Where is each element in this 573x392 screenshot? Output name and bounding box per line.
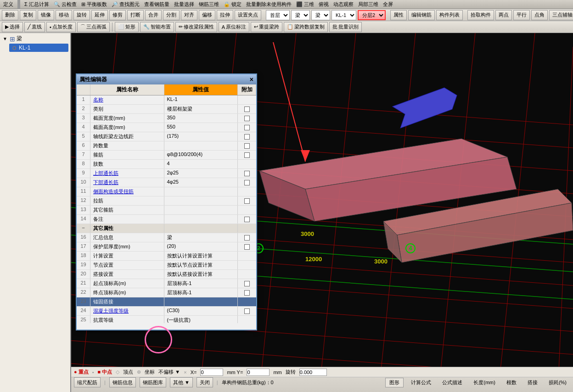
property-row-4[interactable]: 4截面高度(mm)550: [77, 123, 256, 132]
prop-value-23[interactable]: [164, 297, 238, 306]
prop-checkbox-4[interactable]: [244, 125, 250, 130]
prop-value-1[interactable]: KL-1: [164, 95, 238, 104]
toolbar-summary[interactable]: Σ 汇总计算: [23, 1, 51, 8]
toolbar-cloud-check[interactable]: 🔍 云检查: [52, 1, 78, 8]
property-row-24[interactable]: 24混凝土强度等级(C30): [77, 307, 256, 316]
batch-identify-btn[interactable]: 批 批量识别: [329, 22, 362, 32]
point-angle-btn[interactable]: 点角: [531, 10, 548, 20]
move-btn[interactable]: 移动: [56, 10, 72, 20]
component-list-btn[interactable]: 构件列表: [436, 10, 463, 20]
property-row-7[interactable]: 7箍筋φ8@100/200(4): [77, 151, 256, 160]
snap-nooffset[interactable]: 不偏移 ▼: [158, 369, 180, 375]
prop-value-22[interactable]: 层顶标高-1: [164, 288, 238, 297]
prop-attach-10[interactable]: [238, 178, 256, 187]
toolbar-find[interactable]: 🔎 查找图元: [110, 1, 141, 8]
property-row-1[interactable]: 1名称KL-1: [77, 95, 256, 105]
property-row-8[interactable]: 8肢数4: [77, 160, 256, 169]
smart-layout-btn[interactable]: 🔧 智能布置: [140, 22, 174, 32]
prop-value-12[interactable]: [164, 196, 238, 205]
prop-checkbox-17[interactable]: [244, 244, 250, 250]
property-close-btn[interactable]: ×: [250, 76, 253, 83]
extend-btn[interactable]: 延伸: [91, 10, 108, 20]
trim-btn[interactable]: 修剪: [109, 10, 126, 20]
tree-item-beam-root[interactable]: ▼ ⊞ 梁: [2, 34, 68, 44]
property-row-2[interactable]: 2类别楼层框架梁: [77, 105, 256, 114]
setpoint-btn[interactable]: 设置夹点: [235, 10, 261, 20]
prop-value-10[interactable]: 4φ25: [164, 178, 238, 187]
prop-value-14[interactable]: [164, 215, 238, 224]
delete-btn[interactable]: 删除: [2, 10, 18, 20]
respan-btn[interactable]: ↩ 重提梁跨: [251, 22, 282, 32]
tab-length[interactable]: 长度(mm): [470, 378, 499, 387]
mirror-btn[interactable]: 镜像: [38, 10, 54, 20]
snap-coord[interactable]: 坐标: [145, 369, 155, 375]
pick-component-btn[interactable]: 拾取构件: [467, 10, 494, 20]
property-row-5[interactable]: 5轴线距梁左边线距(175): [77, 132, 256, 141]
prop-value-16[interactable]: 梁: [164, 233, 238, 242]
prop-attach-14[interactable]: [238, 215, 256, 224]
point-length-btn[interactable]: • 点加长度: [46, 22, 76, 32]
prop-value-2[interactable]: 楼层框架梁: [164, 105, 238, 113]
beam-subtype-select[interactable]: 梁: [311, 10, 330, 20]
property-row-13[interactable]: 13其它箍筋: [77, 206, 256, 215]
merge-btn[interactable]: 合并: [145, 10, 162, 20]
property-row-14[interactable]: 14备注: [77, 215, 256, 224]
snap-vertex[interactable]: 顶点: [123, 369, 133, 375]
snap-gravity[interactable]: ● 重点: [74, 369, 89, 375]
prop-name-1[interactable]: 名称: [90, 95, 164, 104]
prop-value-17[interactable]: (20): [164, 242, 238, 251]
prop-checkbox-7[interactable]: [244, 152, 250, 158]
prop-name-9[interactable]: 上部通长筋: [90, 169, 164, 178]
prop-attach-9[interactable]: [238, 169, 256, 178]
toolbar-3d[interactable]: ⬛ 三维: [295, 1, 315, 8]
tab-loss[interactable]: 损耗(%): [545, 378, 570, 387]
shrink-rebar-btn[interactable]: 缩尺配筋: [74, 377, 101, 387]
y-input[interactable]: [247, 369, 270, 376]
prop-checkbox-9[interactable]: [244, 171, 250, 176]
property-row-20[interactable]: 20搭接设置按默认搭接设置计算: [77, 270, 256, 279]
close-btn[interactable]: 关闭: [197, 377, 213, 387]
property-row-18[interactable]: 18计算设置按默认计算设置计算: [77, 252, 256, 261]
prop-name-11[interactable]: 侧面构造或受扭筋: [90, 187, 164, 196]
three-point-arc-btn[interactable]: ⌒ 三点画弧: [77, 22, 110, 32]
toolbar-batch-delete[interactable]: 批量删除未使用构件: [245, 1, 293, 8]
prop-attach-24[interactable]: [238, 307, 256, 315]
prop-value-5[interactable]: (175): [164, 132, 238, 141]
rebar-diagram-btn[interactable]: 钢筋图库: [140, 377, 166, 387]
property-row-10[interactable]: 10下部通长筋4φ25: [77, 178, 256, 187]
prop-attach-7[interactable]: [238, 151, 256, 159]
prop-attach-3[interactable]: [238, 114, 256, 123]
prop-attach-22[interactable]: [238, 288, 256, 297]
stretch-btn[interactable]: 拉伸: [217, 10, 233, 20]
toolbar-local-3d[interactable]: 局部三维: [357, 1, 380, 8]
prop-checkbox-6[interactable]: [244, 143, 250, 149]
prop-checkbox-24[interactable]: [244, 308, 250, 314]
prop-value-7[interactable]: φ8@100/200(4): [164, 151, 238, 159]
prop-attach-5[interactable]: [238, 132, 256, 141]
prop-attach-17[interactable]: [238, 242, 256, 251]
two-point-btn[interactable]: 两点: [495, 10, 512, 20]
prop-name-10[interactable]: 下部通长筋: [90, 178, 164, 187]
prop-value-24[interactable]: (C30): [164, 307, 238, 315]
property-row-3[interactable]: 3截面宽度(mm)350: [77, 114, 256, 123]
property-row-12[interactable]: 12拉筋: [77, 196, 256, 206]
split-btn[interactable]: 分割: [163, 10, 180, 20]
property-row-22[interactable]: 22终点顶标高(m)层顶标高-1: [77, 288, 256, 297]
toolbar-top-view[interactable]: 俯视: [317, 1, 330, 8]
offset-btn[interactable]: 偏移: [199, 10, 215, 20]
tab-overlap[interactable]: 搭接: [524, 378, 541, 387]
edit-rebar-btn[interactable]: 编辑钢筋: [408, 10, 435, 20]
property-row-9[interactable]: 9上部通长筋2φ25: [77, 169, 256, 178]
property-btn[interactable]: 属性: [390, 10, 407, 20]
rebar-info-btn[interactable]: 钢筋信息: [109, 377, 136, 387]
property-row-16[interactable]: 16汇总信息梁: [77, 233, 256, 242]
line-btn[interactable]: ╱ 直线: [24, 22, 45, 32]
rotate-input[interactable]: [299, 369, 327, 376]
parallel-btn[interactable]: 平行: [513, 10, 530, 20]
prop-checkbox-14[interactable]: [244, 217, 250, 222]
beam-type-select[interactable]: 梁: [291, 10, 310, 20]
prop-checkbox-16[interactable]: [244, 235, 250, 241]
layer-select[interactable]: 分层2: [358, 10, 386, 20]
toolbar-define[interactable]: 定义: [2, 1, 15, 8]
prop-checkbox-5[interactable]: [244, 134, 250, 140]
